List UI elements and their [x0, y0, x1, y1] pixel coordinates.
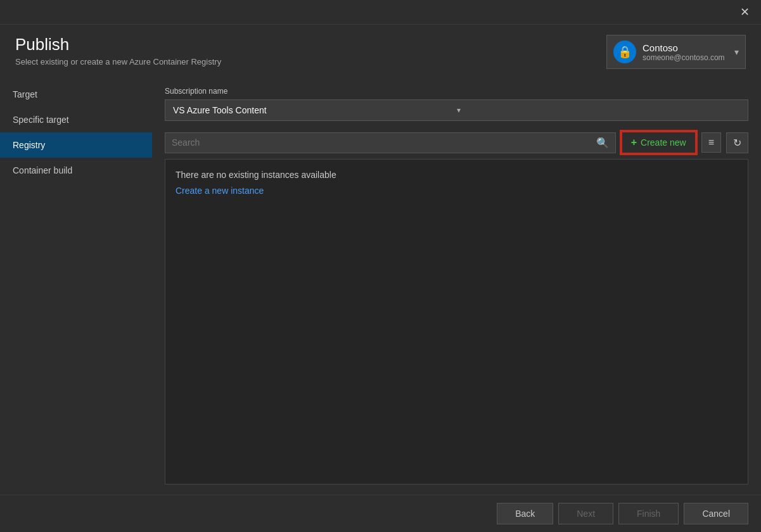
- empty-message: There are no existing instances availabl…: [176, 170, 738, 180]
- create-new-label: Create new: [641, 137, 686, 148]
- create-new-button[interactable]: + Create new: [621, 131, 696, 154]
- next-button[interactable]: Next: [558, 503, 613, 524]
- avatar-icon: 🔒: [618, 45, 632, 59]
- content-area: Subscription name VS Azure Tools Content…: [152, 77, 761, 495]
- subscription-section: Subscription name VS Azure Tools Content…: [165, 87, 748, 121]
- account-name: Contoso: [643, 42, 729, 53]
- search-box[interactable]: 🔍: [165, 132, 616, 153]
- account-email: someone@contoso.com: [643, 53, 729, 62]
- dialog-subtitle: Select existing or create a new Azure Co…: [15, 57, 221, 66]
- filter-icon: ≡: [708, 137, 714, 148]
- sidebar-item-container-build[interactable]: Container build: [0, 158, 152, 183]
- search-actions-row: 🔍 + Create new ≡ ↻: [165, 131, 748, 154]
- subscription-value: VS Azure Tools Content: [173, 105, 457, 115]
- dialog-header: Publish Select existing or create a new …: [0, 25, 761, 77]
- close-button[interactable]: ✕: [736, 5, 753, 19]
- sidebar-item-specific-target[interactable]: Specific target: [0, 107, 152, 132]
- cancel-button[interactable]: Cancel: [684, 503, 748, 524]
- sidebar-item-registry[interactable]: Registry: [0, 132, 152, 158]
- back-button[interactable]: Back: [497, 503, 553, 524]
- sidebar: Target Specific target Registry Containe…: [0, 77, 152, 495]
- account-badge[interactable]: 🔒 Contoso someone@contoso.com ▾: [606, 35, 746, 69]
- search-input[interactable]: [172, 137, 596, 148]
- title-bar: ✕: [0, 0, 761, 25]
- avatar: 🔒: [613, 41, 636, 63]
- publish-dialog: ✕ Publish Select existing or create a ne…: [0, 0, 761, 532]
- instances-list: There are no existing instances availabl…: [165, 159, 748, 484]
- dialog-footer: Back Next Finish Cancel: [0, 495, 761, 532]
- finish-button[interactable]: Finish: [618, 503, 679, 524]
- refresh-button[interactable]: ↻: [726, 132, 748, 153]
- chevron-down-icon: ▾: [734, 47, 739, 57]
- subscription-dropdown[interactable]: VS Azure Tools Content ▾: [165, 99, 748, 121]
- refresh-icon: ↻: [733, 137, 741, 148]
- subscription-label: Subscription name: [165, 87, 748, 96]
- subscription-chevron-icon: ▾: [457, 106, 741, 115]
- sidebar-item-target[interactable]: Target: [0, 82, 152, 107]
- plus-icon: +: [631, 137, 637, 148]
- create-instance-link[interactable]: Create a new instance: [176, 186, 264, 196]
- search-icon: 🔍: [596, 137, 609, 149]
- filter-button[interactable]: ≡: [701, 132, 721, 153]
- dialog-body: Target Specific target Registry Containe…: [0, 77, 761, 495]
- title-section: Publish Select existing or create a new …: [15, 35, 221, 66]
- dialog-title: Publish: [15, 35, 221, 54]
- account-info: Contoso someone@contoso.com: [643, 42, 729, 62]
